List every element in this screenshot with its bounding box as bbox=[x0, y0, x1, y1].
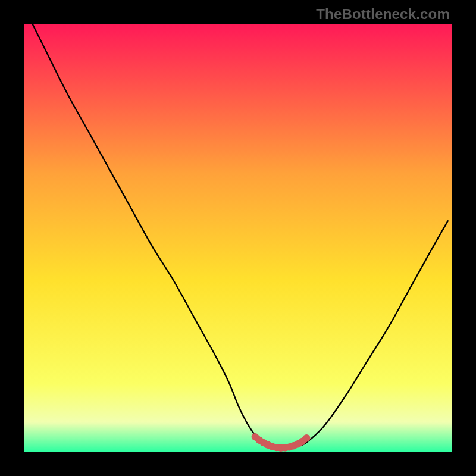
attribution-label: TheBottleneck.com bbox=[316, 6, 450, 23]
gradient-background bbox=[24, 24, 452, 452]
plot-area bbox=[24, 24, 452, 452]
optimal-range-dot bbox=[303, 434, 310, 441]
chart-frame: TheBottleneck.com bbox=[0, 0, 476, 476]
plot-svg bbox=[24, 24, 452, 452]
